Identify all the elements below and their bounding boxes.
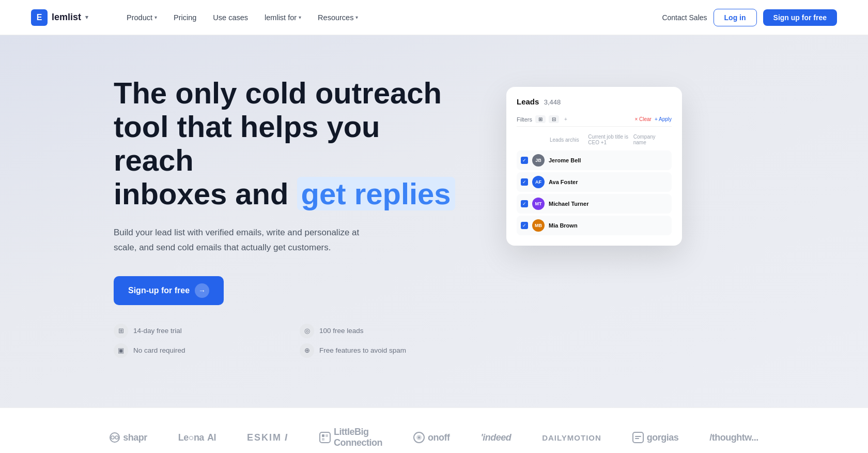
nav-item-lemlist-for[interactable]: lemlist for ▾ (257, 9, 308, 26)
signup-nav-button[interactable]: Sign up for free (763, 9, 837, 26)
logo-icon: E (31, 9, 48, 26)
lead-name-3: Michael Turner (549, 201, 668, 207)
hero-badges: ⊞ 14-day free trial ◎ 100 free leads ▣ N… (114, 324, 465, 358)
brand-shapr: shapr (110, 432, 147, 443)
shapr-icon (110, 432, 120, 443)
arrow-icon: → (195, 283, 209, 298)
hero-title-highlight: get replies (297, 177, 455, 210)
svg-rect-12 (635, 438, 639, 439)
brand-leena: Lena AI (178, 432, 216, 443)
spam-icon: ⊕ (300, 343, 314, 358)
filter-apply-button[interactable]: + Apply (655, 116, 672, 122)
filter-chip-1[interactable]: ⊞ (535, 115, 546, 123)
badge-trial: ⊞ 14-day free trial (114, 324, 279, 338)
svg-point-2 (115, 436, 118, 439)
avatar-1: JB (532, 154, 545, 167)
badge-card: ▣ No card required (114, 343, 279, 358)
hero-left: The only cold outreach tool that helps y… (114, 77, 465, 358)
avatar-4: MB (532, 219, 545, 232)
svg-rect-11 (635, 436, 641, 437)
lead-name-2: Ava Foster (549, 179, 668, 185)
hero-subtitle: Build your lead list with verified email… (114, 225, 382, 255)
brand-eskimi: ESKIMI (247, 432, 288, 443)
brand-thoughtworks: /thoughtw... (709, 432, 758, 443)
brand-littlebig: LittleBigConnection (319, 427, 382, 448)
svg-point-9 (418, 436, 420, 439)
filter-clear-button[interactable]: × Clear (634, 116, 652, 122)
brands-section: shapr Lena AI ESKIMI LittleBigConnection… (0, 407, 868, 453)
column-headers: Leads archis Current job title is CEO +1… (517, 132, 672, 147)
brand-indeed: 'indeed (481, 432, 511, 443)
card-title: Leads 3,448 (517, 97, 561, 106)
svg-rect-5 (326, 434, 328, 437)
lemlist-for-chevron-icon: ▾ (299, 14, 301, 20)
avatar-3: MT (532, 198, 545, 210)
filters-row: Filters ⊞ ⊟ + × Clear + Apply (517, 112, 672, 127)
table-row[interactable]: ✓ MB Mia Brown (517, 216, 672, 235)
brand-onoff: onoff (413, 432, 450, 443)
nav-item-product[interactable]: Product ▾ (119, 9, 164, 26)
nav-item-pricing[interactable]: Pricing (166, 9, 204, 26)
product-chevron-icon: ▾ (154, 14, 157, 20)
brand-gorgias: gorgias (632, 432, 679, 443)
navbar: E lemlist ▾ Product ▾ Pricing Use cases … (0, 0, 868, 35)
lead-name-4: Mia Brown (549, 222, 668, 229)
col-company: Company name (633, 134, 668, 145)
svg-rect-3 (320, 432, 330, 443)
col-leads: Leads archis (550, 137, 584, 143)
svg-rect-10 (633, 432, 643, 443)
resources-chevron-icon: ▾ (355, 14, 358, 20)
littlebig-icon (319, 432, 331, 443)
svg-rect-6 (322, 438, 324, 441)
filter-chip-2[interactable]: ⊟ (549, 115, 559, 123)
onoff-icon (413, 432, 425, 443)
contact-sales-link[interactable]: Contact Sales (662, 13, 707, 22)
nav-links: Product ▾ Pricing Use cases lemlist for … (119, 9, 662, 26)
badge-spam: ⊕ Free features to avoid spam (300, 343, 465, 358)
filters-label: Filters (517, 116, 532, 123)
hero-content: The only cold outreach tool that helps y… (114, 77, 837, 358)
filter-add-icon[interactable]: + (564, 116, 567, 122)
badge-leads: ◎ 100 free leads (300, 324, 465, 338)
trial-icon: ⊞ (114, 324, 128, 338)
leads-card: Leads 3,448 Filters ⊞ ⊟ + × Clear + Appl… (506, 87, 682, 246)
svg-rect-4 (322, 434, 324, 437)
hero-ui-card: Leads 3,448 Filters ⊞ ⊟ + × Clear + Appl… (506, 87, 682, 246)
lead-name-1: Jerome Bell (549, 157, 668, 163)
leads-icon: ◎ (300, 324, 314, 338)
row-checkbox-3[interactable]: ✓ (521, 200, 528, 207)
card-icon: ▣ (114, 343, 128, 358)
gorgias-icon (632, 432, 644, 443)
row-checkbox-2[interactable]: ✓ (521, 178, 528, 186)
svg-point-1 (111, 436, 114, 439)
nav-actions: Contact Sales Log in Sign up for free (662, 9, 837, 26)
card-header: Leads 3,448 (517, 97, 672, 106)
col-job: Current job title is CEO +1 (588, 134, 629, 145)
nav-item-resources[interactable]: Resources ▾ (311, 9, 365, 26)
table-row[interactable]: ✓ MT Michael Turner (517, 194, 672, 214)
brand-dailymotion: DAILYMOTION (542, 433, 601, 442)
hero-title: The only cold outreach tool that helps y… (114, 77, 465, 211)
nav-item-use-cases[interactable]: Use cases (206, 9, 255, 26)
hero-section: The only cold outreach tool that helps y… (0, 35, 868, 407)
logo-chevron-icon: ▾ (85, 14, 88, 21)
avatar-2: AF (532, 176, 545, 188)
row-checkbox-1[interactable]: ✓ (521, 157, 528, 164)
row-checkbox-4[interactable]: ✓ (521, 222, 528, 229)
login-button[interactable]: Log in (714, 9, 757, 26)
signup-hero-button[interactable]: Sign-up for free → (114, 276, 224, 305)
table-row[interactable]: ✓ JB Jerome Bell (517, 150, 672, 170)
table-row[interactable]: ✓ AF Ava Foster (517, 172, 672, 192)
logo[interactable]: E lemlist ▾ (31, 9, 88, 26)
